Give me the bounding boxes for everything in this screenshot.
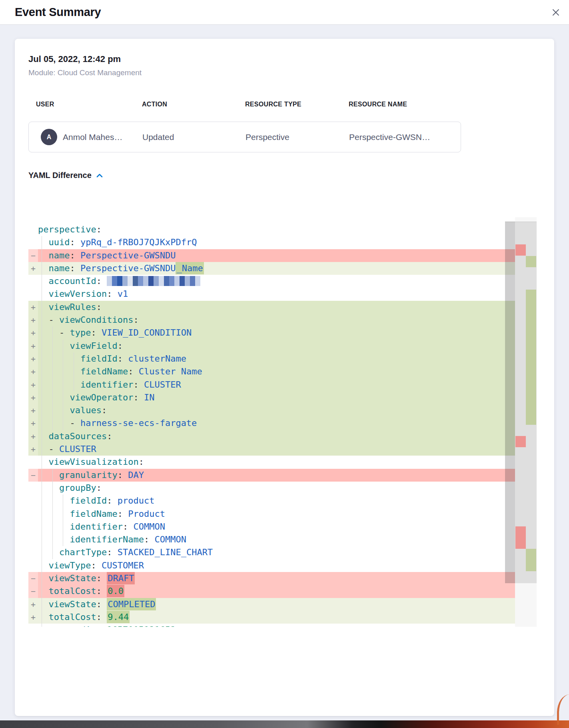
indent-guide: [42, 482, 42, 494]
indent-guide: [42, 533, 42, 546]
yaml-line: + viewField:: [28, 340, 515, 352]
user-name: Anmol Mahes…: [63, 132, 122, 142]
yaml-diff-code: perspective: uuid: ypRq_d-fRBOJ7QJKxPDfr…: [28, 223, 515, 627]
line-gutter: [28, 223, 38, 236]
ruler-marker-added: [526, 290, 536, 425]
event-timestamp: Jul 05, 2022, 12:42 pm: [28, 54, 121, 64]
indent-guide: [42, 365, 42, 378]
indent-guide: [42, 326, 42, 339]
yaml-line-text: identifierName: COMMON: [38, 534, 186, 544]
line-gutter: [28, 494, 38, 507]
indent-guide: [52, 352, 53, 365]
yaml-line-text: dataSources:: [38, 431, 112, 441]
yaml-line: + viewState: COMPLETED: [28, 598, 515, 611]
yaml-line: perspective:: [28, 223, 515, 236]
indent-guide: [52, 508, 53, 520]
added-line-sign: +: [28, 301, 38, 314]
indent-guide: [52, 404, 53, 417]
line-gutter: [28, 533, 38, 546]
yaml-line: − viewState: DRAFT: [28, 572, 515, 585]
audit-table-header: USER ACTION RESOURCE TYPE RESOURCE NAME: [28, 101, 461, 108]
added-line-sign: +: [28, 443, 38, 456]
line-gutter: [28, 288, 38, 300]
yaml-line-text: viewState: DRAFT: [38, 572, 135, 584]
yaml-line-text: viewOperator: IN: [38, 392, 154, 402]
line-gutter: [28, 520, 38, 533]
yaml-line: createdAt: 1657005121653: [28, 624, 515, 627]
yaml-line: − granularity: DAY: [28, 469, 515, 482]
yaml-line: accountId:: [28, 275, 515, 288]
added-line-sign: +: [28, 340, 38, 352]
indent-guide: [52, 340, 53, 352]
yaml-line: + viewRules:: [28, 301, 515, 314]
yaml-line-text: - harness-se-ecs-fargate: [38, 418, 197, 428]
indent-guide: [42, 378, 42, 391]
yaml-line: viewVersion: v1: [28, 288, 515, 300]
yaml-difference-toggle[interactable]: YAML Difference: [28, 171, 103, 180]
indent-guide: [42, 430, 42, 443]
user-cell: A Anmol Mahes…: [36, 129, 142, 145]
indent-guide: [63, 533, 63, 546]
yaml-line-text: viewType: CUSTOMER: [38, 560, 144, 570]
column-header-resource-type: RESOURCE TYPE: [245, 101, 349, 108]
indent-guide: [42, 301, 42, 314]
indent-guide: [52, 482, 53, 494]
line-gutter: [28, 236, 38, 249]
line-gutter: [28, 559, 38, 572]
indent-guide: [42, 611, 42, 624]
yaml-line-text: name: Perspective-GWSNDU: [38, 250, 176, 260]
page-title: Event Summary: [15, 6, 101, 19]
indent-guide: [63, 391, 63, 404]
added-line-sign: +: [28, 352, 38, 365]
ruler-marker-removed: [515, 526, 526, 549]
avatar: A: [41, 129, 57, 145]
yaml-line-text: identifier: COMMON: [38, 522, 165, 532]
indent-guide: [42, 520, 42, 533]
ruler-marker-removed: [515, 436, 526, 447]
added-line-sign: +: [28, 598, 38, 611]
yaml-line: + fieldId: clusterName: [28, 352, 515, 365]
indent-guide: [63, 404, 63, 417]
indent-guide: [42, 288, 42, 300]
added-line-sign: +: [28, 326, 38, 339]
yaml-line-text: fieldId: product: [38, 496, 154, 506]
indent-guide: [63, 352, 63, 365]
yaml-line-text: - type: VIEW_ID_CONDITION: [38, 328, 192, 338]
yaml-line: − totalCost: 0.0: [28, 585, 515, 598]
audit-table-row: A Anmol Mahes… Updated Perspective Persp…: [28, 122, 461, 152]
yaml-line-text: fieldId: clusterName: [38, 354, 186, 364]
indent-guide: [42, 585, 42, 598]
yaml-line-text: viewVersion: v1: [38, 289, 128, 299]
line-gutter: [28, 508, 38, 520]
background-wallpaper-glow: [557, 694, 569, 725]
added-line-sign: +: [28, 404, 38, 417]
yaml-line: + totalCost: 9.44: [28, 611, 515, 624]
indent-guide: [42, 314, 42, 326]
ruler-marker-added: [526, 549, 536, 571]
indent-guide: [42, 469, 42, 482]
indent-guide: [63, 508, 63, 520]
yaml-line: + name: Perspective-GWSNDU_Name: [28, 262, 515, 275]
resource-name-cell: Perspective-GWSN…: [349, 132, 461, 142]
yaml-line: fieldId: product: [28, 494, 515, 507]
close-icon[interactable]: [550, 6, 562, 18]
indent-guide: [52, 533, 53, 546]
yaml-line: identifierName: COMMON: [28, 533, 515, 546]
ruler-marker-added: [526, 256, 536, 267]
removed-line-sign: −: [28, 572, 38, 585]
indent-guide: [42, 443, 42, 456]
yaml-line: + - viewConditions:: [28, 314, 515, 326]
scrollbar-thumb[interactable]: [505, 222, 515, 583]
yaml-line-text: totalCost: 9.44: [38, 611, 130, 623]
indent-guide: [63, 417, 63, 430]
indent-guide: [74, 378, 74, 391]
yaml-line: fieldName: Product: [28, 508, 515, 520]
modal-header: Event Summary: [0, 0, 569, 25]
chevron-up-icon: [96, 174, 103, 178]
added-line-sign: +: [28, 262, 38, 275]
indent-guide: [63, 340, 63, 352]
removed-line-sign: −: [28, 249, 38, 262]
indent-guide: [52, 417, 53, 430]
yaml-line-text: fieldName: Product: [38, 509, 165, 519]
added-line-sign: +: [28, 314, 38, 326]
